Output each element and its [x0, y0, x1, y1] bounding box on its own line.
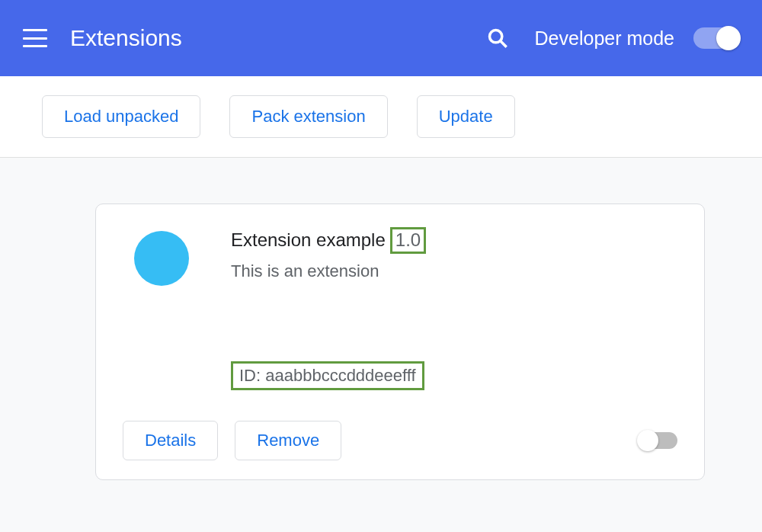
toggle-knob: [637, 430, 658, 451]
details-button[interactable]: Details: [123, 421, 218, 460]
extension-icon: [134, 231, 189, 286]
search-icon[interactable]: [487, 27, 508, 49]
developer-toolbar: Load unpacked Pack extension Update: [0, 76, 762, 158]
extension-version: 1.0: [390, 227, 426, 254]
toggle-knob: [716, 26, 741, 50]
extensions-list: Extension example 1.0 This is an extensi…: [0, 158, 762, 532]
hamburger-menu-icon[interactable]: [23, 29, 47, 47]
svg-line-1: [500, 41, 506, 47]
extension-info: Extension example 1.0 This is an extensi…: [231, 227, 677, 390]
extension-name: Extension example: [231, 229, 386, 251]
update-button[interactable]: Update: [417, 95, 515, 138]
extension-title-row: Extension example 1.0: [231, 227, 677, 254]
pack-extension-button[interactable]: Pack extension: [229, 95, 387, 138]
extension-card: Extension example 1.0 This is an extensi…: [95, 204, 705, 480]
page-title: Extensions: [70, 25, 487, 51]
extension-card-top: Extension example 1.0 This is an extensi…: [123, 227, 677, 390]
developer-mode-label: Developer mode: [535, 27, 674, 50]
svg-point-0: [489, 30, 501, 43]
extension-description: This is an extension: [231, 261, 677, 281]
remove-button[interactable]: Remove: [235, 421, 341, 460]
app-header: Extensions Developer mode: [0, 0, 762, 76]
developer-mode-toggle[interactable]: [693, 27, 739, 49]
extension-id-row: ID: aaabbbcccdddeeefff: [231, 361, 677, 390]
extension-id: ID: aaabbbcccdddeeefff: [231, 361, 424, 390]
extension-card-actions: Details Remove: [123, 421, 677, 460]
extension-enable-toggle[interactable]: [639, 432, 677, 449]
load-unpacked-button[interactable]: Load unpacked: [42, 95, 200, 138]
